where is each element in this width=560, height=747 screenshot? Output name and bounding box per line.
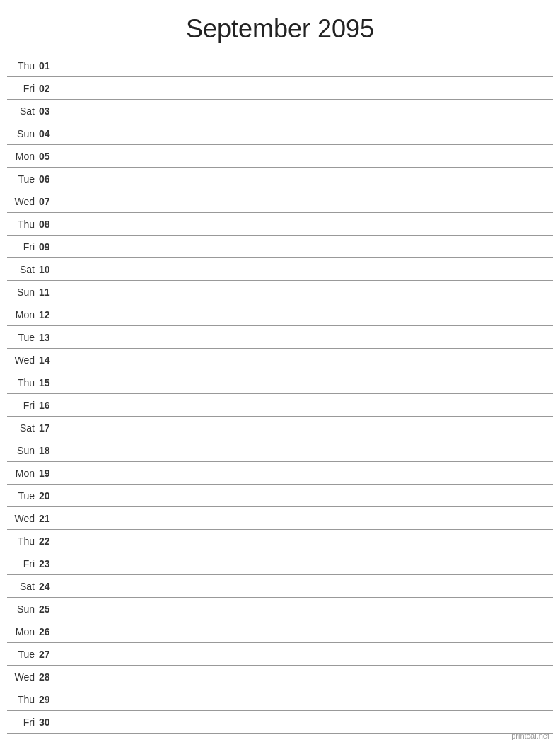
day-number: 27 (39, 649, 62, 660)
day-name: Thu (7, 219, 39, 230)
calendar-row: Fri23 (7, 552, 553, 575)
calendar-row: Tue20 (7, 485, 553, 507)
day-number: 06 (39, 173, 62, 185)
day-line (62, 450, 553, 451)
day-line (62, 405, 553, 405)
day-number: 14 (39, 354, 62, 366)
day-number: 23 (39, 558, 62, 569)
day-name: Mon (7, 468, 39, 479)
calendar-row: Tue27 (7, 643, 553, 666)
calendar-row: Thu01 (7, 54, 553, 77)
day-number: 18 (39, 445, 62, 456)
day-number: 13 (39, 332, 62, 343)
calendar-row: Thu15 (7, 371, 553, 394)
day-number: 08 (39, 219, 62, 230)
day-line (62, 201, 553, 202)
day-name: Thu (7, 694, 39, 705)
day-number: 10 (39, 264, 62, 275)
day-name: Fri (7, 558, 39, 569)
calendar-row: Mon12 (7, 303, 553, 326)
day-name: Fri (7, 241, 39, 253)
day-line (62, 676, 553, 677)
day-line (62, 359, 553, 360)
calendar-row: Sat10 (7, 258, 553, 281)
day-number: 02 (39, 83, 62, 94)
calendar-row: Mon19 (7, 462, 553, 485)
day-line (62, 88, 553, 88)
day-name: Fri (7, 83, 39, 94)
day-name: Tue (7, 173, 39, 185)
calendar-container: Thu01Fri02Sat03Sun04Mon05Tue06Wed07Thu08… (0, 54, 560, 734)
day-number: 07 (39, 196, 62, 207)
calendar-row: Mon26 (7, 620, 553, 643)
calendar-row: Sun25 (7, 598, 553, 620)
day-number: 25 (39, 603, 62, 615)
day-number: 04 (39, 128, 62, 139)
day-number: 01 (39, 60, 62, 71)
day-number: 11 (39, 286, 62, 298)
calendar-row: Thu29 (7, 688, 553, 711)
day-number: 03 (39, 105, 62, 117)
calendar-row: Tue13 (7, 326, 553, 349)
day-line (62, 495, 553, 496)
day-number: 19 (39, 468, 62, 479)
day-name: Sun (7, 286, 39, 298)
day-name: Mon (7, 309, 39, 320)
day-name: Thu (7, 535, 39, 547)
calendar-row: Sat17 (7, 417, 553, 439)
day-line (62, 473, 553, 473)
day-line (62, 133, 553, 134)
day-name: Thu (7, 60, 39, 71)
day-name: Sat (7, 422, 39, 434)
calendar-row: Sat03 (7, 100, 553, 122)
calendar-row: Sun11 (7, 281, 553, 303)
day-line (62, 699, 553, 700)
day-name: Thu (7, 377, 39, 388)
day-name: Wed (7, 196, 39, 207)
day-number: 05 (39, 151, 62, 162)
day-number: 26 (39, 626, 62, 637)
day-number: 12 (39, 309, 62, 320)
calendar-row: Sun04 (7, 122, 553, 145)
day-name: Mon (7, 626, 39, 637)
day-name: Tue (7, 332, 39, 343)
calendar-row: Fri09 (7, 236, 553, 258)
day-line (62, 563, 553, 564)
calendar-row: Sun18 (7, 439, 553, 462)
day-number: 21 (39, 513, 62, 524)
day-number: 20 (39, 490, 62, 502)
day-name: Mon (7, 151, 39, 162)
day-line (62, 382, 553, 383)
calendar-row: Wed14 (7, 349, 553, 371)
day-line (62, 269, 553, 270)
calendar-row: Fri16 (7, 394, 553, 417)
day-line (62, 314, 553, 315)
day-line (62, 722, 553, 722)
day-number: 29 (39, 694, 62, 705)
day-number: 16 (39, 400, 62, 411)
day-name: Wed (7, 671, 39, 683)
day-name: Sat (7, 264, 39, 275)
day-number: 09 (39, 241, 62, 253)
page-title: September 2095 (0, 0, 560, 54)
calendar-row: Sat24 (7, 575, 553, 598)
calendar-row: Fri02 (7, 77, 553, 100)
day-line (62, 337, 553, 337)
day-name: Sun (7, 603, 39, 615)
day-name: Fri (7, 717, 39, 728)
calendar-row: Thu22 (7, 530, 553, 552)
day-line (62, 631, 553, 632)
calendar-row: Tue06 (7, 168, 553, 190)
day-name: Wed (7, 513, 39, 524)
day-line (62, 518, 553, 519)
calendar-row: Wed21 (7, 507, 553, 530)
calendar-row: Thu08 (7, 213, 553, 236)
day-line (62, 224, 553, 224)
day-name: Sun (7, 128, 39, 139)
day-line (62, 586, 553, 586)
day-number: 28 (39, 671, 62, 683)
day-name: Wed (7, 354, 39, 366)
day-line (62, 427, 553, 428)
day-name: Tue (7, 649, 39, 660)
day-line (62, 608, 553, 609)
